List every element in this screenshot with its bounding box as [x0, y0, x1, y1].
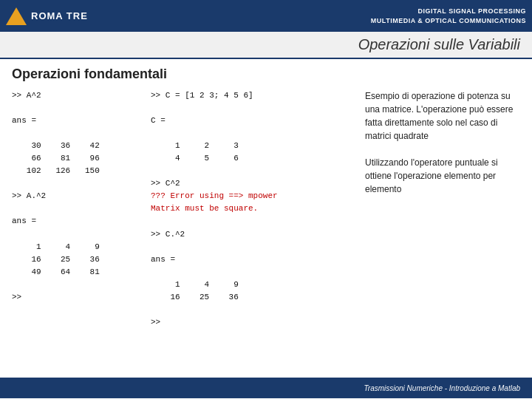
error-line2: Matrix must be square.	[151, 204, 258, 213]
right-code-block: >> C = [1 2 3; 4 5 6] C = 1 2 3 4 5 6 >>…	[151, 89, 358, 329]
logo-triangle-icon	[6, 7, 27, 25]
content-columns: >> A^2 ans = 30 36 42 66 81 96 102 126 1…	[12, 89, 520, 373]
right-code-area: >> C = [1 2 3; 4 5 6] C = 1 2 3 4 5 6 >>…	[151, 89, 365, 373]
main-content: Operazioni fondamentali >> A^2 ans = 30 …	[0, 59, 532, 378]
header-subtitle: DIGITAL SIGNAL PROCESSING MULTIMEDIA & O…	[371, 7, 526, 25]
footer-text: Trasmissioni Numeriche - Introduzione a …	[364, 384, 520, 392]
left-code-col: >> A^2 ans = 30 36 42 66 81 96 102 126 1…	[12, 89, 151, 373]
header: ROMA TRE DIGITAL SIGNAL PROCESSING MULTI…	[0, 0, 532, 32]
title-bar: Operazioni sulle Variabili	[0, 32, 532, 59]
section-heading: Operazioni fondamentali	[12, 66, 520, 82]
error-line1: ??? Error using ==> mpower	[151, 191, 278, 200]
header-left: ROMA TRE	[6, 7, 88, 25]
right-col-wrap: >> C = [1 2 3; 4 5 6] C = 1 2 3 4 5 6 >>…	[151, 89, 520, 373]
desc2-text: Utilizzando l'operatore puntuale si otti…	[365, 157, 498, 194]
logo-text: ROMA TRE	[31, 10, 88, 21]
desc1-text: Esempio di operazione di potenza su una …	[365, 91, 513, 141]
desc-block-1: Esempio di operazione di potenza su una …	[365, 89, 520, 143]
footer: Trasmissioni Numeriche - Introduzione a …	[0, 378, 532, 398]
left-code-block: >> A^2 ans = 30 36 42 66 81 96 102 126 1…	[12, 89, 143, 304]
page-title: Operazioni sulle Variabili	[12, 36, 520, 53]
description-area: Esempio di operazione di potenza su una …	[365, 89, 520, 373]
desc-block-2: Utilizzando l'operatore puntuale si otti…	[365, 156, 520, 196]
